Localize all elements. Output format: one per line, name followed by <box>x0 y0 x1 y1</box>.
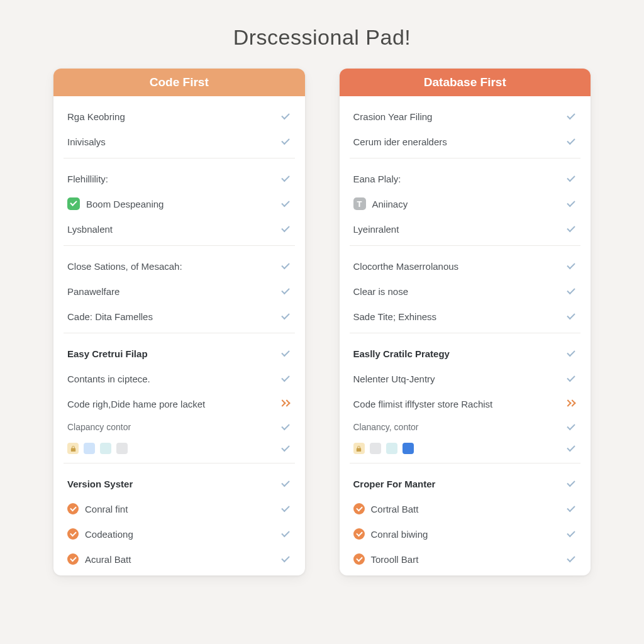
lock-icon <box>67 443 79 454</box>
feature-row[interactable]: Panawelfare <box>67 279 291 304</box>
feature-text: Cortral Batt <box>371 504 419 514</box>
feature-text: Panawelfare <box>67 286 119 297</box>
feature-row[interactable]: TAniinacy <box>353 191 577 216</box>
feature-label: Easlly Cratilc Prategy <box>353 348 450 359</box>
feature-text: Conral biwing <box>371 529 428 540</box>
check-icon <box>280 373 291 384</box>
feature-row[interactable]: Inivisalys <box>67 129 291 154</box>
feature-label: Lysbnalent <box>67 224 113 235</box>
feature-label <box>67 443 128 454</box>
check-icon <box>565 260 577 272</box>
feature-row[interactable]: Conral biwing <box>353 521 577 547</box>
feature-row[interactable]: Lyeinralent <box>353 216 577 242</box>
feature-label: Cade: Dita Famelles <box>67 311 153 322</box>
feature-row[interactable]: Cerum ider eneralders <box>353 129 577 154</box>
feature-label: Conral biwing <box>353 528 428 540</box>
feature-row[interactable] <box>353 438 577 459</box>
feature-row[interactable]: Clear is nose <box>353 279 577 304</box>
feature-row[interactable]: Sade Tite; Exhiness <box>353 304 577 329</box>
card-header: Code First <box>53 69 305 96</box>
feature-row[interactable] <box>67 438 291 459</box>
feature-label: Torooll Bart <box>353 553 419 565</box>
check-icon <box>280 528 291 540</box>
feature-row[interactable]: Rga Keobring <box>67 104 291 129</box>
feature-row[interactable]: Flehillility: <box>67 166 291 191</box>
code-first-card: Code FirstRga KeobringInivisalysFlehilli… <box>53 69 305 575</box>
feature-row[interactable]: Croper For Manter <box>353 471 577 496</box>
checkbox-on-icon <box>67 197 80 210</box>
blue-solid-chip-icon <box>402 443 414 454</box>
feature-row[interactable]: Contants in ciptece. <box>67 366 291 391</box>
feature-row[interactable]: Codeationg <box>67 521 291 547</box>
feature-text: Clapancy contor <box>67 422 131 432</box>
check-icon <box>565 311 577 322</box>
card-header: Database First <box>340 69 591 96</box>
feature-row[interactable]: Easy Cretrui Filap <box>67 341 291 366</box>
feature-row[interactable]: Cortral Batt <box>353 496 577 521</box>
feature-text: Eana Plaly: <box>353 174 401 184</box>
feature-group: Eana Plaly:TAniinacyLyeinralent <box>340 158 591 245</box>
feature-row[interactable]: Clapancy contor <box>67 416 291 438</box>
bullet-check-icon <box>67 528 79 540</box>
feature-row[interactable]: Lysbnalent <box>67 216 291 242</box>
feature-label: Clear is nose <box>353 286 409 297</box>
feature-text: Croper For Manter <box>353 479 436 489</box>
icon-row <box>67 443 128 454</box>
feature-text: Clocorthe Maserrolanous <box>353 261 459 272</box>
check-icon <box>280 421 291 433</box>
feature-text: Codeationg <box>85 529 133 540</box>
teal-chip-icon <box>100 443 111 454</box>
feature-row[interactable]: Torooll Bart <box>353 547 577 572</box>
badge-t-icon: T <box>353 197 366 210</box>
lock-icon <box>353 443 365 454</box>
feature-text: Torooll Bart <box>371 554 419 565</box>
page-title: Drscessional Pad! <box>0 0 644 69</box>
feature-text: Easlly Cratilc Prategy <box>353 348 450 359</box>
check-icon <box>280 173 291 184</box>
feature-text: Easy Cretrui Filap <box>67 348 148 359</box>
feature-group: Flehillility:Boom DespeaningLysbnalent <box>53 158 305 245</box>
feature-text: Acural Batt <box>85 554 131 565</box>
check-icon <box>280 286 291 297</box>
feature-row[interactable]: Acural Batt <box>67 547 291 572</box>
check-icon <box>565 478 577 489</box>
feature-row[interactable]: Nelenter Utq-Jentry <box>353 366 577 391</box>
feature-row[interactable]: Version Syster <box>67 471 291 496</box>
feature-label: Panawelfare <box>67 286 119 297</box>
check-icon <box>280 443 291 454</box>
feature-label: Croper For Manter <box>353 479 436 489</box>
feature-label: Inivisalys <box>67 136 106 147</box>
feature-label: Close Sations, of Mesacah: <box>67 261 182 272</box>
feature-row[interactable]: Code flimist iflfyster store Rachist <box>353 391 577 416</box>
feature-group: Croper For ManterCortral BattConral biwi… <box>340 464 591 575</box>
feature-text: Lyeinralent <box>353 224 399 235</box>
feature-row[interactable]: Crasion Year Filing <box>353 104 577 129</box>
feature-row[interactable]: Cade: Dita Famelles <box>67 304 291 329</box>
check-icon <box>280 136 291 147</box>
feature-text: Cade: Dita Famelles <box>67 311 153 322</box>
feature-text: Code righ,Dide hame pore lacket <box>67 399 205 409</box>
feature-row[interactable]: Clanancy, contor <box>353 416 577 438</box>
check-icon <box>280 348 291 359</box>
feature-label: Clanancy, contor <box>353 422 419 432</box>
feature-label: Flehillility: <box>67 174 108 184</box>
gray-chip-icon <box>370 443 381 454</box>
feature-text: Cerum ider eneralders <box>353 136 447 147</box>
check-icon <box>565 373 577 384</box>
icon-row <box>353 443 414 454</box>
chevron-right-icon <box>279 399 291 408</box>
feature-row[interactable]: Code righ,Dide hame pore lacket <box>67 391 291 416</box>
feature-label: TAniinacy <box>353 197 408 210</box>
feature-text: Close Sations, of Mesacah: <box>67 261 182 272</box>
feature-row[interactable]: Boom Despeaning <box>67 191 291 216</box>
feature-row[interactable]: Eana Plaly: <box>353 166 577 191</box>
check-icon <box>565 443 577 454</box>
check-icon <box>280 198 291 209</box>
feature-row[interactable]: Conral fint <box>67 496 291 521</box>
feature-row[interactable]: Clocorthe Maserrolanous <box>353 253 577 279</box>
check-icon <box>565 223 577 235</box>
bullet-check-icon <box>353 503 365 514</box>
feature-row[interactable]: Easlly Cratilc Prategy <box>353 341 577 366</box>
feature-row[interactable]: Close Sations, of Mesacah: <box>67 253 291 279</box>
gray-chip-icon <box>116 443 128 454</box>
